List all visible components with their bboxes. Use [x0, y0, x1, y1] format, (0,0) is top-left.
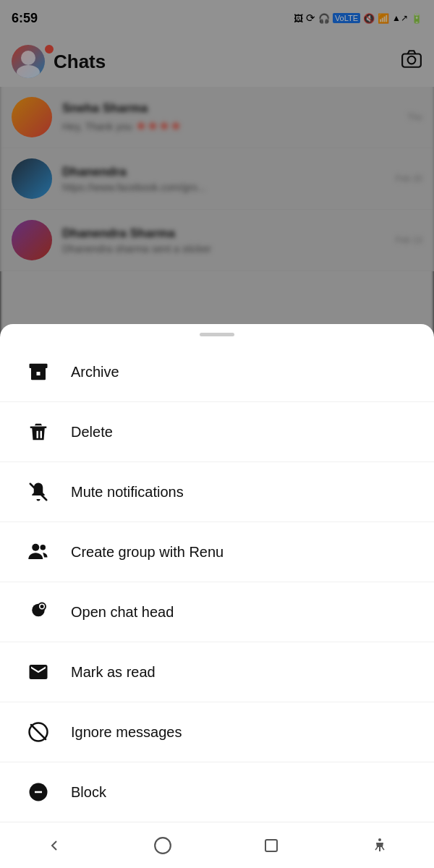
- delete-label: Delete: [71, 424, 113, 441]
- archive-icon: [23, 357, 54, 387]
- menu-item-mute[interactable]: Mute notifications: [0, 462, 434, 522]
- menu-item-ignore[interactable]: Ignore messages: [0, 702, 434, 762]
- chat-head-icon: [23, 597, 54, 627]
- group-icon: [23, 537, 54, 567]
- ignore-label: Ignore messages: [71, 724, 182, 741]
- archive-label: Archive: [71, 364, 119, 380]
- svg-rect-14: [35, 791, 42, 793]
- svg-point-7: [41, 545, 46, 550]
- nav-bar: [0, 822, 434, 868]
- create-group-label: Create group with Renu: [71, 544, 224, 561]
- mark-read-label: Mark as read: [71, 664, 156, 681]
- accessibility-nav-button[interactable]: [362, 827, 398, 864]
- menu-item-archive[interactable]: Archive: [0, 342, 434, 402]
- chat-head-label: Open chat head: [71, 604, 174, 621]
- ignore-icon: [23, 717, 54, 747]
- block-label: Block: [71, 784, 106, 801]
- svg-rect-4: [30, 364, 48, 368]
- bottom-sheet: Archive Delete Mute notifications: [0, 324, 434, 822]
- menu-item-block[interactable]: Block: [0, 762, 434, 822]
- svg-rect-16: [265, 840, 277, 851]
- mark-read-icon: [23, 657, 54, 687]
- menu-item-create-group[interactable]: Create group with Renu: [0, 522, 434, 582]
- mute-label: Mute notifications: [71, 484, 184, 501]
- menu-item-mark-read[interactable]: Mark as read: [0, 642, 434, 702]
- home-nav-button[interactable]: [145, 827, 181, 864]
- svg-point-17: [378, 838, 381, 841]
- sheet-handle: [200, 333, 234, 336]
- mute-notifications-icon: [23, 477, 54, 507]
- back-nav-button[interactable]: [36, 827, 72, 864]
- delete-icon: [23, 417, 54, 447]
- svg-point-10: [41, 605, 44, 608]
- menu-item-delete[interactable]: Delete: [0, 402, 434, 462]
- svg-point-6: [32, 544, 39, 551]
- svg-point-15: [155, 838, 171, 854]
- menu-item-chat-head[interactable]: Open chat head: [0, 582, 434, 642]
- svg-line-12: [31, 725, 46, 739]
- block-icon: [23, 777, 54, 807]
- recents-nav-button[interactable]: [253, 827, 289, 864]
